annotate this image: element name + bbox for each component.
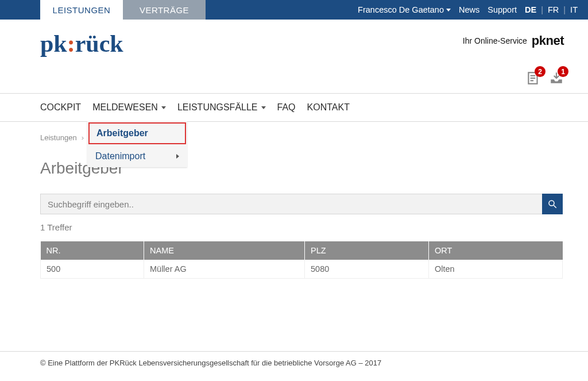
documents-button[interactable]: 2 — [526, 71, 541, 87]
nav-leistungsfaelle[interactable]: LEISTUNGSFÄLLE — [177, 102, 266, 113]
col-header-plz[interactable]: PLZ — [305, 241, 429, 260]
header-strip: pk:rück Ihr Online-Service pknet 2 1 — [0, 20, 588, 93]
cell-plz: 5080 — [305, 260, 429, 279]
results-table: NR. NAME PLZ ORT 500 Müller AG 5080 Olte… — [40, 241, 563, 279]
language-switch: DE | FR | IT — [525, 5, 578, 14]
meldewesen-dropdown: Arbeitgeber Datenimport — [87, 121, 187, 167]
cell-name: Müller AG — [144, 260, 305, 279]
nav-kontakt[interactable]: KONTAKT — [307, 102, 350, 113]
link-news[interactable]: News — [459, 5, 479, 14]
tab-vertraege[interactable]: VERTRÄGE — [123, 0, 206, 20]
col-header-ort[interactable]: ORT — [429, 241, 563, 260]
top-bar: LEISTUNGEN VERTRÄGE Francesco De Gaetano… — [0, 0, 588, 20]
nav-meldewesen[interactable]: MELDEWESEN — [92, 102, 166, 113]
col-header-name[interactable]: NAME — [144, 241, 305, 260]
lang-fr[interactable]: FR — [548, 5, 559, 14]
dropdown-arbeitgeber[interactable]: Arbeitgeber — [88, 122, 186, 144]
search-button[interactable] — [542, 194, 563, 214]
link-support[interactable]: Support — [488, 5, 517, 14]
footer: © Eine Plattform der PKRück Lebensversic… — [0, 351, 588, 367]
main-nav: COCKPIT MELDEWESEN LEISTUNGSFÄLLE FAQ KO… — [0, 94, 588, 121]
chevron-down-icon — [161, 106, 166, 109]
chevron-right-icon — [176, 154, 179, 159]
search-input[interactable] — [40, 194, 542, 214]
cell-nr: 500 — [41, 260, 144, 279]
pknet-logo: pknet — [532, 33, 564, 48]
nav-cockpit[interactable]: COCKPIT — [40, 102, 81, 113]
cell-ort: Olten — [429, 260, 563, 279]
result-count: 1 Treffer — [40, 222, 563, 232]
user-menu[interactable]: Francesco De Gaetano — [358, 5, 451, 14]
svg-line-5 — [554, 205, 556, 208]
svg-point-4 — [549, 201, 554, 206]
chevron-down-icon — [446, 9, 451, 11]
badge-documents: 2 — [535, 66, 546, 77]
user-name-label: Francesco De Gaetano — [358, 5, 444, 14]
tab-leistungen[interactable]: LEISTUNGEN — [40, 0, 123, 20]
inbox-button[interactable]: 1 — [549, 71, 564, 87]
lang-de[interactable]: DE — [525, 5, 536, 14]
chevron-down-icon — [261, 106, 266, 109]
nav-faq[interactable]: FAQ — [277, 102, 296, 113]
logo: pk:rück — [40, 30, 123, 57]
badge-inbox: 1 — [558, 66, 568, 77]
table-row[interactable]: 500 Müller AG 5080 Olten — [41, 260, 563, 279]
search-icon — [547, 199, 558, 209]
col-header-nr[interactable]: NR. — [41, 241, 144, 260]
dropdown-datenimport[interactable]: Datenimport — [87, 145, 187, 167]
lang-it[interactable]: IT — [570, 5, 578, 14]
tagline: Ihr Online-Service — [463, 36, 527, 45]
breadcrumb-root[interactable]: Leistungen — [40, 133, 77, 142]
